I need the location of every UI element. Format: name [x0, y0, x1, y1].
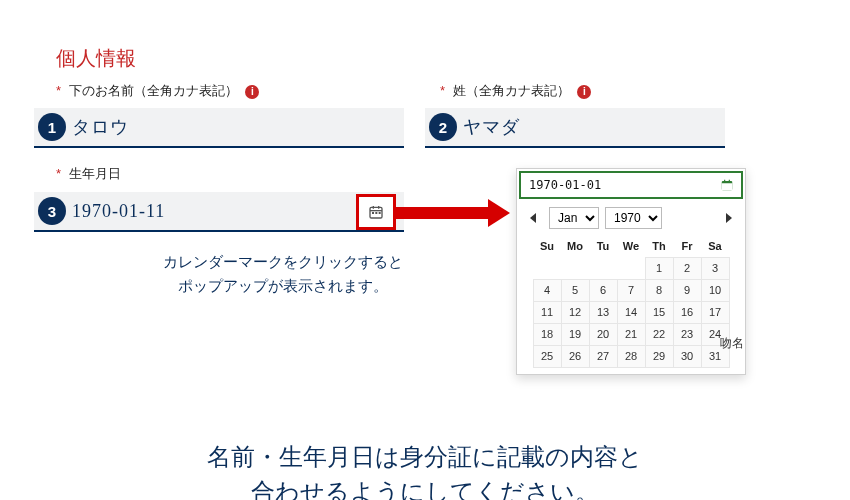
calendar-day-cell[interactable]: 11	[533, 301, 561, 323]
calendar-day-cell[interactable]: 8	[645, 279, 673, 301]
first-name-value: タロウ	[72, 115, 404, 139]
info-icon[interactable]: i	[245, 85, 259, 99]
svg-marker-11	[530, 213, 536, 223]
calendar-day-cell[interactable]: 1	[645, 257, 673, 279]
calendar-day-cell[interactable]: 17	[701, 301, 729, 323]
calendar-day-cell[interactable]: 4	[533, 279, 561, 301]
svg-rect-6	[379, 212, 381, 214]
note-line1: 名前・生年月日は身分証に記載の内容と	[0, 440, 850, 475]
calendar-day-cell[interactable]: 13	[589, 301, 617, 323]
calendar-day-cell[interactable]: 5	[561, 279, 589, 301]
last-name-field[interactable]: 2 ヤマダ	[425, 108, 725, 148]
calendar-day-cell[interactable]: 26	[561, 345, 589, 367]
weekday-header: Tu	[589, 235, 617, 257]
chevron-right-icon	[724, 213, 732, 223]
calendar-day-cell[interactable]: 19	[561, 323, 589, 345]
calendar-blank-cell	[617, 257, 645, 279]
svg-marker-12	[726, 213, 732, 223]
datepicker-popup: Jan 1970 SuMoTuWeThFrSa 1234567891011121…	[516, 168, 746, 375]
hint-line1: カレンダーマークをクリックすると	[128, 250, 438, 274]
first-name-label-text: 下のお名前（全角カナ表記）	[69, 83, 238, 98]
calendar-day-cell[interactable]: 2	[673, 257, 701, 279]
prev-month-button[interactable]	[525, 209, 543, 227]
truncated-label: 吻名	[720, 335, 744, 352]
calendar-day-cell[interactable]: 10	[701, 279, 729, 301]
calendar-day-cell[interactable]: 9	[673, 279, 701, 301]
calendar-day-cell[interactable]: 6	[589, 279, 617, 301]
next-month-button[interactable]	[719, 209, 737, 227]
annotation-arrow-head	[488, 199, 510, 227]
hint-line2: ポップアップが表示されます。	[128, 274, 438, 298]
chevron-left-icon	[530, 213, 538, 223]
calendar-day-cell[interactable]: 29	[645, 345, 673, 367]
weekday-header: Fr	[673, 235, 701, 257]
calendar-icon	[368, 204, 384, 220]
calendar-day-cell[interactable]: 12	[561, 301, 589, 323]
calendar-day-cell[interactable]: 18	[533, 323, 561, 345]
calendar-blank-cell	[533, 257, 561, 279]
svg-rect-8	[722, 183, 733, 190]
hint-text: カレンダーマークをクリックすると ポップアップが表示されます。	[128, 250, 438, 298]
calendar-blank-cell	[561, 257, 589, 279]
bottom-note: 名前・生年月日は身分証に記載の内容と 合わせるようにしてください。	[0, 440, 850, 500]
info-icon[interactable]: i	[577, 85, 591, 99]
note-line2: 合わせるようにしてください。	[0, 475, 850, 500]
step-badge-1: 1	[38, 113, 66, 141]
calendar-icon[interactable]	[719, 177, 735, 193]
datepicker-input[interactable]	[527, 177, 719, 193]
weekday-header: Su	[533, 235, 561, 257]
weekday-header: Mo	[561, 235, 589, 257]
required-star: *	[56, 166, 61, 181]
svg-rect-5	[375, 212, 377, 214]
first-name-label: * 下のお名前（全角カナ表記） i	[56, 82, 259, 100]
calendar-day-cell[interactable]: 27	[589, 345, 617, 367]
year-select[interactable]: 1970	[605, 207, 662, 229]
calendar-day-cell[interactable]: 3	[701, 257, 729, 279]
weekday-header: We	[617, 235, 645, 257]
datepicker-nav: Jan 1970	[517, 201, 745, 233]
calendar-day-cell[interactable]: 15	[645, 301, 673, 323]
step-badge-3: 3	[38, 197, 66, 225]
section-title: 個人情報	[56, 45, 136, 72]
calendar-grid: SuMoTuWeThFrSa 1234567891011121314151617…	[533, 235, 730, 368]
calendar-day-cell[interactable]: 30	[673, 345, 701, 367]
calendar-blank-cell	[589, 257, 617, 279]
calendar-day-cell[interactable]: 25	[533, 345, 561, 367]
calendar-day-cell[interactable]: 14	[617, 301, 645, 323]
calendar-day-cell[interactable]: 16	[673, 301, 701, 323]
calendar-day-cell[interactable]: 23	[673, 323, 701, 345]
weekday-header: Sa	[701, 235, 729, 257]
calendar-day-cell[interactable]: 28	[617, 345, 645, 367]
dob-label-text: 生年月日	[69, 166, 121, 181]
datepicker-input-wrap	[519, 171, 743, 199]
dob-field[interactable]: 3 1970-01-11	[34, 192, 404, 232]
calendar-day-cell[interactable]: 21	[617, 323, 645, 345]
weekday-header: Th	[645, 235, 673, 257]
last-name-label-text: 姓（全角カナ表記）	[453, 83, 570, 98]
calendar-day-cell[interactable]: 20	[589, 323, 617, 345]
svg-rect-4	[372, 212, 374, 214]
dob-value: 1970-01-11	[72, 201, 404, 222]
annotation-arrow	[396, 207, 491, 219]
dob-label: * 生年月日	[56, 165, 121, 183]
month-select[interactable]: Jan	[549, 207, 599, 229]
step-badge-2: 2	[429, 113, 457, 141]
last-name-label: * 姓（全角カナ表記） i	[440, 82, 591, 100]
first-name-field[interactable]: 1 タロウ	[34, 108, 404, 148]
required-star: *	[56, 83, 61, 98]
calendar-day-cell[interactable]: 7	[617, 279, 645, 301]
calendar-day-cell[interactable]: 22	[645, 323, 673, 345]
required-star: *	[440, 83, 445, 98]
last-name-value: ヤマダ	[463, 115, 725, 139]
calendar-button[interactable]	[356, 194, 396, 230]
